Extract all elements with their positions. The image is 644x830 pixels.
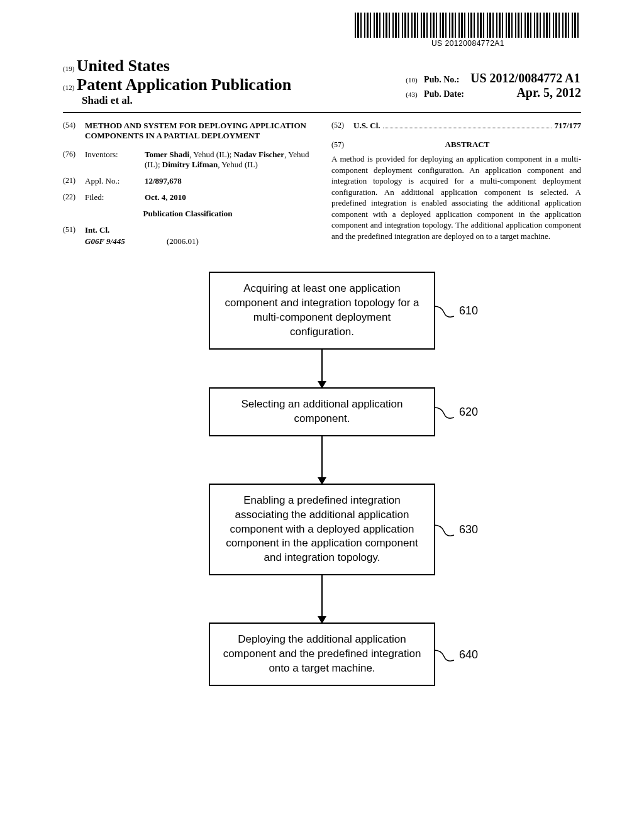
arrow-down-icon xyxy=(321,350,323,387)
code-52: (52) xyxy=(331,121,353,131)
flow-box-1: Acquiring at least one application compo… xyxy=(209,272,435,350)
title-section: (54) METHOD AND SYSTEM FOR DEPLOYING APP… xyxy=(63,121,313,141)
int-cl-code: G06F 9/445 xyxy=(85,236,167,246)
connector-curve-icon xyxy=(434,402,454,421)
filed-value: Oct. 4, 2010 xyxy=(145,192,313,202)
flow-box-2: Selecting an additional application comp… xyxy=(209,387,435,436)
inventors-row: (76) Inventors: Tomer Shadi, Yehud (IL);… xyxy=(63,150,313,170)
int-cl-row: (51) Int. Cl. xyxy=(63,225,313,235)
divider xyxy=(63,112,581,113)
int-cl-year: (2006.01) xyxy=(167,236,199,246)
flow-box-4-text: Deploying the additional application com… xyxy=(223,633,421,674)
code-54: (54) xyxy=(63,121,85,141)
dotted-leader xyxy=(383,121,552,128)
abstract-text: A method is provided for deploying an ap… xyxy=(331,153,581,241)
arrow-down-icon xyxy=(321,436,323,484)
abstract-heading: ABSTRACT xyxy=(353,140,581,150)
pub-date-line: (43) Pub. Date: Apr. 5, 2012 xyxy=(406,86,581,100)
pub-no-line: (10) Pub. No.: US 2012/0084772 A1 xyxy=(406,71,581,86)
pub-no-value: US 2012/0084772 A1 xyxy=(470,71,580,85)
right-header: (10) Pub. No.: US 2012/0084772 A1 (43) P… xyxy=(406,71,581,100)
us-cl-row: (52) U.S. Cl. 717/177 xyxy=(331,121,581,131)
left-column: (54) METHOD AND SYSTEM FOR DEPLOYING APP… xyxy=(63,121,313,246)
int-cl-label: Int. Cl. xyxy=(85,225,109,235)
two-column-layout: (54) METHOD AND SYSTEM FOR DEPLOYING APP… xyxy=(63,121,581,246)
appl-no-row: (21) Appl. No.: 12/897,678 xyxy=(63,176,313,186)
arrow-down-icon xyxy=(321,575,323,622)
patent-title: METHOD AND SYSTEM FOR DEPLOYING APPLICAT… xyxy=(85,121,313,141)
code-12: (12) xyxy=(63,84,74,91)
code-43: (43) xyxy=(406,91,417,98)
flow-box-4: Deploying the additional application com… xyxy=(209,622,435,686)
flow-box-2-text: Selecting an additional application comp… xyxy=(241,398,402,424)
flow-box-3-text: Enabling a predefined integration associ… xyxy=(226,494,418,564)
flow-box-1-text: Acquiring at least one application compo… xyxy=(225,282,419,338)
appl-no-label: Appl. No.: xyxy=(85,176,145,186)
appl-no-value: 12/897,678 xyxy=(145,176,313,186)
code-19: (19) xyxy=(63,65,74,72)
inventors-label: Inventors: xyxy=(85,150,145,170)
pub-no-label: Pub. No.: xyxy=(424,75,459,84)
pub-class-heading: Publication Classification xyxy=(63,209,313,219)
flowchart: Acquiring at least one application compo… xyxy=(63,272,581,686)
barcode-image xyxy=(355,13,581,38)
flow-label-1: 610 xyxy=(459,303,478,318)
connector-curve-icon xyxy=(434,645,454,664)
code-51: (51) xyxy=(63,225,85,235)
barcode-section: US 20120084772A1 xyxy=(355,13,581,48)
barcode-number: US 20120084772A1 xyxy=(355,39,581,48)
inventors-value: Tomer Shadi, Yehud (IL); Nadav Fischer, … xyxy=(145,150,313,170)
us-cl-label: U.S. Cl. xyxy=(353,121,380,131)
int-cl-detail: G06F 9/445 (2006.01) xyxy=(63,236,313,246)
flow-label-2: 620 xyxy=(459,404,478,419)
flow-box-3: Enabling a predefined integration associ… xyxy=(209,484,435,576)
connector-curve-icon xyxy=(434,520,454,539)
abstract-section: (57) ABSTRACT A method is provided for d… xyxy=(331,140,581,241)
code-21: (21) xyxy=(63,176,85,186)
code-10: (10) xyxy=(406,76,417,84)
code-57: (57) xyxy=(331,140,353,150)
code-22: (22) xyxy=(63,192,85,202)
flow-label-3: 630 xyxy=(459,522,478,537)
pub-date-label: Pub. Date: xyxy=(424,89,464,99)
us-cl-value: 717/177 xyxy=(554,121,581,131)
pub-type: Patent Application Publication xyxy=(77,75,291,94)
filed-label: Filed: xyxy=(85,192,145,202)
right-column: (52) U.S. Cl. 717/177 (57) ABSTRACT A me… xyxy=(331,121,581,246)
code-76: (76) xyxy=(63,150,85,170)
country: United States xyxy=(77,57,170,75)
connector-curve-icon xyxy=(434,301,454,320)
flow-label-4: 640 xyxy=(459,647,478,662)
filed-row: (22) Filed: Oct. 4, 2010 xyxy=(63,192,313,202)
pub-date-value: Apr. 5, 2012 xyxy=(516,86,581,99)
